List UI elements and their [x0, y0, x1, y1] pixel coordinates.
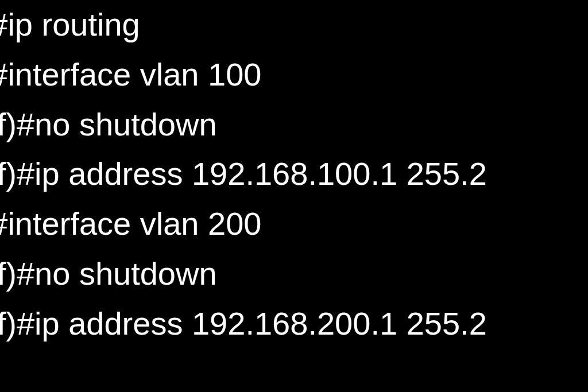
terminal-line: ig)#interface vlan 100 [0, 50, 588, 100]
terminal-line: ig)#interface vlan 200 [0, 199, 588, 249]
terminal-line: ig-if)#ip address 192.168.100.1 255.2 [0, 149, 588, 199]
terminal-line: ig-if)#no shutdown [0, 100, 588, 150]
terminal-window[interactable]: ig)#ip routing ig)#interface vlan 100 ig… [0, 0, 588, 392]
terminal-line: ig-if)#ip address 192.168.200.1 255.2 [0, 299, 588, 349]
terminal-line: ig-if)#no shutdown [0, 249, 588, 299]
terminal-line: ig)#ip routing [0, 0, 588, 50]
